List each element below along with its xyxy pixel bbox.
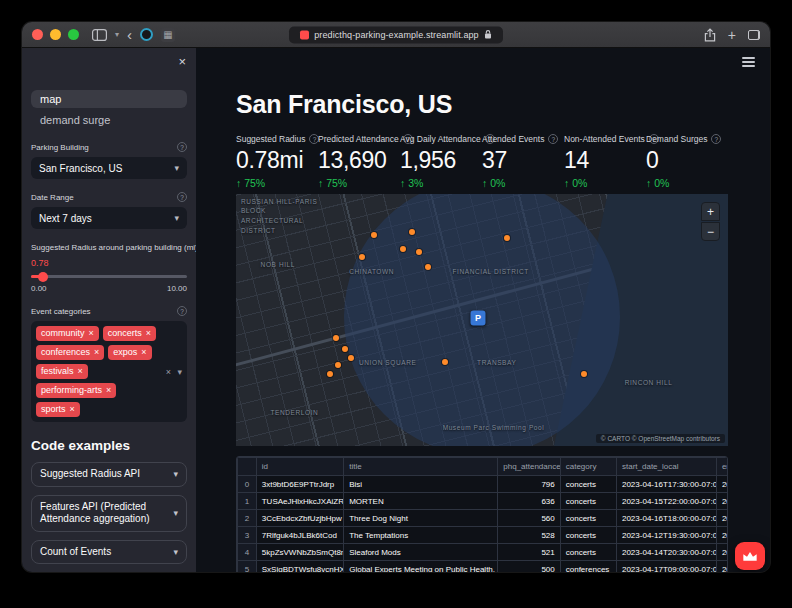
table-cell: 1 [238, 493, 257, 510]
window-zoom-button[interactable] [68, 29, 79, 40]
event-dot[interactable] [371, 232, 377, 238]
main-menu-button[interactable] [742, 57, 755, 67]
remove-tag-icon[interactable]: × [78, 366, 83, 377]
window-close-button[interactable] [32, 29, 43, 40]
zoom-out-button[interactable]: − [701, 222, 720, 241]
category-tag-expos[interactable]: expos× [108, 345, 151, 360]
chevron-down-icon: ▾ [174, 163, 179, 173]
date-range-select[interactable]: Next 7 days ▾ [31, 207, 187, 229]
metric-value: 1,956 [400, 147, 482, 174]
radius-slider[interactable] [31, 275, 187, 278]
up-arrow-icon: ↑ [564, 177, 572, 189]
traffic-lights [32, 29, 79, 40]
event-dot[interactable] [504, 235, 510, 241]
radius-slider-label: Suggested Radius around parking building… [31, 242, 187, 252]
zoom-in-button[interactable]: + [701, 202, 720, 221]
table-header-id[interactable]: id [256, 458, 343, 476]
remove-tag-icon[interactable]: × [141, 347, 146, 358]
category-tag-performing-arts[interactable]: performing-arts× [36, 383, 116, 398]
event-dot[interactable] [335, 362, 341, 368]
event-dot[interactable] [400, 246, 406, 252]
table-header-start_date_local[interactable]: start_date_local [616, 458, 716, 476]
site-favicon-icon [300, 30, 309, 39]
map-place-label: Museum Parc Swimming Pool [443, 423, 545, 433]
streamlit-badge-button[interactable] [735, 542, 765, 570]
chevron-down-icon[interactable]: ▾ [177, 367, 182, 377]
address-bar[interactable]: predicthq-parking-example.streamlit.app [289, 26, 503, 43]
table-header-end_d[interactable]: end_d [716, 458, 728, 476]
share-icon[interactable] [704, 28, 716, 42]
table-cell: TUSAeJHlxHkcJXAiZR [256, 493, 343, 510]
table-cell: concerts [560, 527, 616, 544]
expander-suggested-radius-api[interactable]: Suggested Radius API▾ [31, 462, 187, 487]
clear-all-icon[interactable]: × [166, 367, 171, 377]
remove-tag-icon[interactable]: × [70, 404, 75, 415]
event-dot[interactable] [327, 371, 333, 377]
extension-icon-1[interactable] [140, 28, 153, 41]
sidebar: × mapdemand surge Parking Building ? San… [22, 48, 196, 572]
table-row[interactable]: 1TUSAeJHlxHkcJXAiZRMORTEN636concerts2023… [238, 493, 729, 510]
parking-marker[interactable]: P [471, 310, 486, 325]
sidebar-toggle-icon[interactable] [92, 29, 107, 41]
select-value: Next 7 days [39, 213, 92, 224]
parking-building-select[interactable]: San Francisco, US ▾ [31, 157, 187, 179]
remove-tag-icon[interactable]: × [89, 328, 94, 339]
table-row[interactable]: 37Rlfguk4bJLBk6tCodThe Temptations528con… [238, 527, 729, 544]
event-dot[interactable] [425, 264, 431, 270]
extension-icon-2[interactable]: ▦ [161, 28, 175, 42]
chevron-down-icon[interactable]: ▾ [115, 30, 119, 39]
expander-features-api-predicted-attendance-aggregation-[interactable]: Features API (Predicted Attendance aggre… [31, 495, 187, 532]
table-cell: 796 [498, 476, 560, 493]
event-dot[interactable] [442, 359, 448, 365]
event-dot[interactable] [581, 371, 587, 377]
table-header-phq_attendance[interactable]: phq_attendance [498, 458, 560, 476]
events-table-wrapper[interactable]: idtitlephq_attendancecategorystart_date_… [236, 456, 728, 572]
table-header-index[interactable] [238, 458, 257, 476]
event-dot[interactable] [333, 335, 339, 341]
map-canvas[interactable]: RUSSIAN HILL-PARIS BLOCK ARCHITECTURAL D… [236, 194, 728, 446]
event-dot[interactable] [359, 254, 365, 260]
map-attribution[interactable]: © CARTO © OpenStreetMap contributors [596, 434, 725, 443]
tabs-overview-icon[interactable] [748, 30, 760, 40]
remove-tag-icon[interactable]: × [106, 385, 111, 396]
slider-max: 10.00 [167, 284, 187, 293]
category-tag-community[interactable]: community× [36, 326, 99, 341]
table-cell: 2023- [716, 493, 728, 510]
sidebar-page-map[interactable]: map [31, 90, 187, 108]
event-categories-label: Event categories ? [31, 306, 187, 316]
event-dot[interactable] [342, 346, 348, 352]
metric-label: Avg Daily Attendance? [400, 134, 482, 144]
category-tag-sports[interactable]: sports× [36, 402, 80, 417]
new-tab-button[interactable]: + [728, 28, 736, 42]
url-text: predicthq-parking-example.streamlit.app [314, 30, 478, 40]
metric-value: 0.78mi [236, 147, 318, 174]
event-dot[interactable] [348, 355, 354, 361]
sidebar-page-demand-surge[interactable]: demand surge [31, 111, 187, 129]
table-row[interactable]: 23CcEbdcxZbfUzjbHpwThree Dog Night560con… [238, 510, 729, 527]
back-button[interactable]: ‹ [127, 27, 132, 42]
event-dot[interactable] [409, 229, 415, 235]
table-row[interactable]: 5SxSjqBDTWsfu8vcnHXGlobal Experts Meetin… [238, 561, 729, 573]
table-row[interactable]: 03xt9btD6E9PTtrJdrpBisi796concerts2023-0… [238, 476, 729, 493]
category-tag-concerts[interactable]: concerts× [103, 326, 156, 341]
table-header-title[interactable]: title [344, 458, 498, 476]
table-cell: 2023-04-15T22:00:00-07:00 [616, 493, 716, 510]
slider-thumb[interactable] [38, 272, 48, 282]
event-categories-multiselect[interactable]: community×concerts×conferences×expos×fes… [31, 321, 187, 422]
map-place-label: FINANCIAL DISTRICT [452, 267, 528, 277]
toolbar-left-group: ▾ ‹ ▦ [92, 27, 175, 42]
event-dot[interactable] [416, 249, 422, 255]
sidebar-close-button[interactable]: × [178, 54, 186, 69]
table-header-category[interactable]: category [560, 458, 616, 476]
category-tag-conferences[interactable]: conferences× [36, 345, 104, 360]
category-tag-festivals[interactable]: festivals× [36, 364, 88, 379]
expander-count-of-events[interactable]: Count of Events▾ [31, 540, 187, 565]
widget-label: Suggested Radius around parking building… [31, 243, 196, 252]
remove-tag-icon[interactable]: × [146, 328, 151, 339]
remove-tag-icon[interactable]: × [94, 347, 99, 358]
window-minimize-button[interactable] [50, 29, 61, 40]
help-icon: ? [177, 306, 187, 316]
table-cell: 2023-04-17T09:00:00-07:00 [616, 561, 716, 573]
table-cell: 3 [238, 527, 257, 544]
table-row[interactable]: 45kpZsVWNbZbSmQt8mzSleaford Mods521conce… [238, 544, 729, 561]
